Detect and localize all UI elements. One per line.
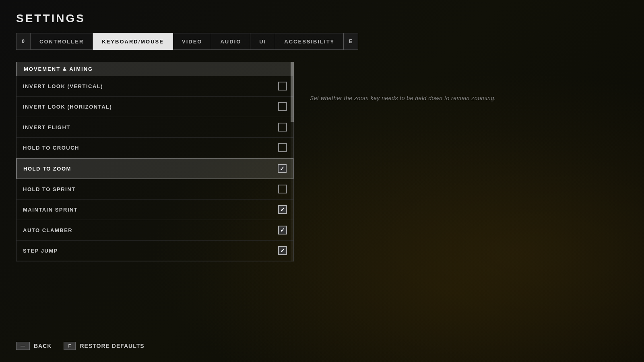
setting-hold-to-crouch[interactable]: HOLD TO CROUCH [17, 138, 293, 158]
tab-controller[interactable]: CONTROLLER [31, 33, 93, 50]
setting-auto-clamber[interactable]: AUTO CLAMBER [17, 220, 293, 241]
tab-right-icon[interactable]: E [344, 33, 358, 50]
back-label: Back [34, 343, 52, 349]
restore-defaults-button[interactable]: F Restore Defaults [64, 342, 144, 350]
tab-accessibility[interactable]: ACCESSIBILITY [275, 33, 344, 50]
checkbox-hold-to-crouch[interactable] [278, 143, 287, 152]
restore-key-icon: F [64, 342, 76, 350]
tabs-bar: 0 CONTROLLER KEYBOARD/MOUSE VIDEO AUDIO … [16, 33, 628, 50]
setting-hold-to-sprint[interactable]: HOLD TO SPRINT [17, 179, 293, 200]
checkbox-hold-to-sprint[interactable] [278, 185, 287, 193]
scrollbar-thumb[interactable] [291, 62, 294, 122]
setting-maintain-sprint[interactable]: MAINTAIN SPRINT [17, 200, 293, 220]
footer: — Back F Restore Defaults [16, 342, 144, 350]
settings-list: INVERT LOOK (VERTICAL) INVERT LOOK (HORI… [16, 76, 294, 261]
setting-step-jump[interactable]: STEP JUMP [17, 241, 293, 261]
checkbox-auto-clamber[interactable] [278, 226, 287, 234]
page-title: SETTINGS [16, 12, 628, 25]
section-header: MOVEMENT & AIMING [16, 62, 294, 76]
setting-invert-look-vertical[interactable]: INVERT LOOK (VERTICAL) [17, 76, 293, 97]
tab-left-icon[interactable]: 0 [16, 33, 31, 50]
checkbox-invert-flight[interactable] [278, 123, 287, 132]
tab-keyboard-mouse[interactable]: KEYBOARD/MOUSE [93, 33, 173, 50]
settings-panel: MOVEMENT & AIMING INVERT LOOK (VERTICAL)… [16, 62, 294, 261]
restore-label: Restore Defaults [80, 343, 144, 349]
setting-hold-to-zoom[interactable]: HOLD TO ZOOM [17, 158, 293, 179]
setting-invert-look-horizontal[interactable]: INVERT LOOK (HORIZONTAL) [17, 97, 293, 117]
back-key-icon: — [16, 342, 30, 350]
back-button[interactable]: — Back [16, 342, 52, 350]
tab-ui[interactable]: UI [250, 33, 275, 50]
tab-video[interactable]: VIDEO [173, 33, 211, 50]
checkbox-hold-to-zoom[interactable] [278, 164, 287, 173]
description-text: Set whether the zoom key needs to be hel… [310, 94, 496, 103]
checkbox-step-jump[interactable] [278, 246, 287, 255]
tab-audio[interactable]: AUDIO [211, 33, 250, 50]
checkbox-maintain-sprint[interactable] [278, 205, 287, 214]
scrollbar[interactable] [291, 62, 294, 261]
description-panel: Set whether the zoom key needs to be hel… [310, 62, 496, 261]
checkbox-invert-look-horizontal[interactable] [278, 102, 287, 111]
setting-invert-flight[interactable]: INVERT FLIGHT [17, 117, 293, 138]
checkbox-invert-look-vertical[interactable] [278, 82, 287, 90]
